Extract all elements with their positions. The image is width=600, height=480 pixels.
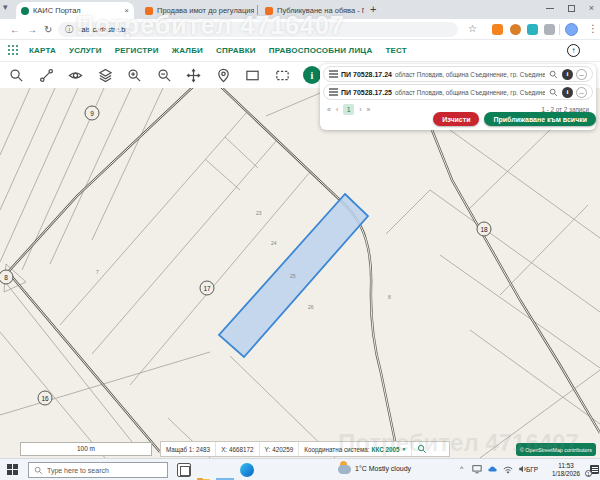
tab-prodava-imot[interactable]: Продава имот до регулация : ×	[140, 2, 254, 19]
chevron-down-icon[interactable]: ▼	[402, 446, 407, 452]
display-icon[interactable]	[472, 464, 482, 474]
clear-button[interactable]: Изчисти	[433, 112, 479, 126]
row-zoom-button[interactable]	[548, 87, 559, 98]
nav-item-registri[interactable]: РЕГИСТРИ	[115, 46, 159, 55]
parcel-badge-8: 8	[4, 274, 8, 281]
taskbar-search-input[interactable]: Type here to search	[28, 462, 168, 478]
network-icon[interactable]	[503, 464, 513, 474]
zoom-in-icon	[127, 68, 142, 83]
tab-divider	[257, 5, 258, 15]
scale-label: Мащаб 1:	[166, 446, 194, 453]
profile-avatar[interactable]	[565, 23, 578, 36]
search-icon	[417, 444, 427, 454]
extension-icon[interactable]	[510, 24, 521, 35]
window-maximize-button[interactable]	[568, 5, 575, 12]
window-minimize-button[interactable]	[546, 8, 554, 9]
apps-grid-icon[interactable]	[8, 45, 19, 56]
browser-menu-icon[interactable]: ⋮	[588, 23, 598, 34]
extent-tool-button[interactable]	[274, 67, 291, 84]
start-button[interactable]	[7, 464, 19, 476]
row-info-button[interactable]: i	[562, 69, 573, 80]
nav-item-karta[interactable]: КАРТА	[29, 46, 56, 55]
tab-close-icon[interactable]: ×	[124, 6, 129, 15]
metamask-extension-icon[interactable]	[492, 24, 503, 35]
crs-selector[interactable]: ККС 2005	[372, 446, 400, 453]
parcel-desc: област Пловдив, община Съединение, гр. С…	[395, 89, 545, 96]
info-tool-button-active[interactable]: i	[303, 66, 321, 84]
search-placeholder: Type here to search	[47, 467, 109, 474]
map-status-bar: Мащаб 1: 2483 X: 4668172 Y: 420259 Коорд…	[160, 441, 450, 457]
row-info-button[interactable]: i	[562, 87, 573, 98]
crs-search-button[interactable]	[412, 442, 432, 456]
url-text: kais.cadastre.bg	[78, 26, 129, 33]
weather-text: 1°C Mostly cloudy	[355, 465, 411, 472]
location-tool-button[interactable]	[215, 67, 232, 84]
cadastral-map: 9 17 18 8 16 23 24 25 26 7 8	[0, 88, 600, 458]
reload-icon[interactable]: ↻	[44, 24, 52, 35]
layers-tool-button[interactable]	[97, 67, 114, 84]
language-indicator[interactable]: БГР	[526, 466, 538, 473]
tab-title: КАИС Портал	[33, 6, 81, 15]
parcel-badge-9: 9	[90, 110, 94, 117]
search-icon	[9, 68, 24, 83]
svg-text:26: 26	[308, 304, 314, 310]
result-row-2[interactable]: ПИ 70528.17.25 област Пловдив, община Съ…	[323, 84, 593, 100]
search-tool-button[interactable]	[8, 67, 25, 84]
back-icon[interactable]: ←	[10, 24, 20, 35]
browser-address-bar: ← → ↻ ⓘ kais.cadastre.bg ☆ ⋮	[0, 19, 600, 40]
nav-item-test[interactable]: ТЕСТ	[385, 46, 407, 55]
nav-item-uslugi[interactable]: УСЛУГИ	[69, 46, 102, 55]
search-icon	[549, 70, 558, 79]
taskbar-clock[interactable]: 11:53 1/18/2026	[545, 462, 587, 478]
measure-tool-button[interactable]	[38, 67, 55, 84]
url-omnibox[interactable]: ⓘ kais.cadastre.bg	[58, 22, 458, 37]
window-close-button[interactable]: ×	[589, 3, 594, 13]
forward-icon[interactable]: →	[27, 24, 37, 35]
row-remove-button[interactable]: –	[576, 87, 587, 98]
rectangle-icon	[245, 68, 260, 83]
divider	[559, 24, 560, 35]
time: 11:53	[545, 462, 587, 470]
nav-item-zhalbi[interactable]: ЖАЛБИ	[172, 46, 203, 55]
row-zoom-button[interactable]	[548, 69, 559, 80]
edge-icon[interactable]	[240, 463, 254, 477]
account-icon[interactable]: ↑	[567, 44, 580, 57]
search-icon	[34, 466, 43, 475]
zoom-out-tool-button[interactable]	[156, 67, 173, 84]
new-tab-button[interactable]: +	[370, 3, 376, 15]
x-coordinate: 4668172	[229, 446, 254, 453]
parcel-badge-18: 18	[480, 226, 488, 233]
pan-move-icon	[186, 68, 201, 83]
kais-favicon	[21, 7, 29, 15]
parcel-id: ПИ 70528.17.25	[341, 89, 392, 96]
map-canvas[interactable]: 9 17 18 8 16 23 24 25 26 7 8	[0, 88, 600, 458]
pan-tool-button[interactable]	[185, 67, 202, 84]
tab-title: Публикуване на обява - Про..	[277, 6, 364, 15]
bookmark-star-icon[interactable]: ☆	[468, 23, 477, 34]
extensions-puzzle-icon[interactable]	[544, 24, 555, 35]
tab-publikuvane[interactable]: Публикуване на обява - Про.. ×	[260, 2, 364, 19]
rect-select-tool-button[interactable]	[244, 67, 261, 84]
tray-expand-icon[interactable]: ^	[460, 465, 463, 472]
row-remove-button[interactable]: –	[576, 69, 587, 80]
zoom-in-tool-button[interactable]	[126, 67, 143, 84]
windows-taskbar: Type here to search 1°C Mostly cloudy ^ …	[0, 458, 600, 480]
notification-badge: 1	[585, 470, 592, 477]
scale-value: 2483	[196, 446, 210, 453]
rectangle-dashed-icon	[275, 68, 290, 83]
extension-icon[interactable]	[527, 24, 538, 35]
list-icon	[329, 70, 338, 78]
onedrive-cloud-icon[interactable]	[487, 464, 498, 474]
tab-kais-portal[interactable]: КАИС Портал ×	[16, 2, 134, 19]
result-row-1[interactable]: ПИ 70528.17.24 област Пловдив, община Съ…	[323, 66, 593, 82]
osm-attribution[interactable]: © OpenStreetMap contributors	[516, 443, 596, 456]
visibility-tool-button[interactable]	[67, 67, 84, 84]
y-label: Y:	[265, 446, 271, 453]
weather-widget[interactable]: 1°C Mostly cloudy	[338, 462, 411, 474]
task-view-button[interactable]	[177, 463, 191, 477]
nav-item-pravosposobni-litsa[interactable]: ПРАВОСПОСОБНИ ЛИЦА	[269, 46, 373, 55]
tab-search-chevron-icon[interactable]: ▾	[3, 2, 8, 12]
nav-item-spravki[interactable]: СПРАВКИ	[216, 46, 256, 55]
zoom-to-all-button[interactable]: Приближаване към всички	[484, 112, 596, 126]
site-info-icon[interactable]: ⓘ	[65, 24, 73, 35]
